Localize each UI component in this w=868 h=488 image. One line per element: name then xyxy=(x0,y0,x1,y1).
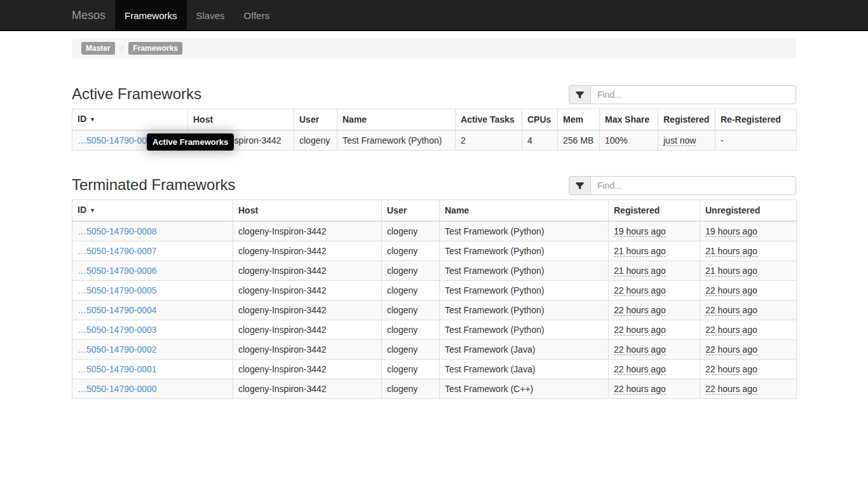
relative-time: 21 hours ago xyxy=(705,246,757,257)
column-header-label: Host xyxy=(238,205,258,215)
terminated-frameworks-table-wrap: ID▼HostUserNameRegisteredUnregistered …5… xyxy=(72,200,796,399)
table-cell: clogeny xyxy=(382,261,440,281)
table-cell: clogeny xyxy=(382,301,440,320)
column-header-cpus[interactable]: CPUs xyxy=(522,109,558,131)
column-header-label: Max Share xyxy=(605,114,649,125)
terminated-find-input[interactable] xyxy=(590,176,796,195)
column-header-active-tasks[interactable]: Active Tasks xyxy=(456,109,522,131)
relative-time: 22 hours ago xyxy=(614,305,666,316)
nav-link-offers[interactable]: Offers xyxy=(234,0,280,31)
table-cell: Test Framework (C++) xyxy=(440,379,609,399)
active-frameworks-table-wrap: ID▼HostUserNameActive TasksCPUsMemMax Sh… xyxy=(72,109,796,151)
time-cell: 22 hours ago xyxy=(609,360,700,379)
nav-link-slaves[interactable]: Slaves xyxy=(187,0,234,31)
relative-time: 22 hours ago xyxy=(614,364,666,375)
column-header-label: Re-Registered xyxy=(721,114,781,125)
column-header-host[interactable]: Host xyxy=(188,109,294,131)
breadcrumb: Master / Frameworks xyxy=(72,38,796,58)
table-row: …5050-14790-0003clogeny-Inspiron-3442clo… xyxy=(72,320,797,340)
framework-id-link[interactable]: …5050-14790-0008 xyxy=(78,226,157,236)
time-cell: 22 hours ago xyxy=(700,281,797,301)
table-cell: clogeny-Inspiron-3442 xyxy=(233,221,382,241)
time-cell: 22 hours ago xyxy=(609,320,700,340)
nav-link-frameworks[interactable]: Frameworks xyxy=(115,0,187,31)
framework-id-link[interactable]: …5050-14790-0000 xyxy=(78,384,157,394)
column-header-unregistered[interactable]: Unregistered xyxy=(700,200,797,222)
terminated-filter-group xyxy=(569,176,796,195)
active-frameworks-tooltip: Active Frameworks xyxy=(147,133,234,151)
table-row: …5050-14790-0004clogeny-Inspiron-3442clo… xyxy=(72,301,797,320)
column-header-registered[interactable]: Registered xyxy=(609,200,700,222)
table-cell: clogeny-Inspiron-3442 xyxy=(233,379,382,399)
relative-time: 22 hours ago xyxy=(614,384,666,395)
column-header-registered[interactable]: Registered xyxy=(658,109,715,131)
column-header-re-registered[interactable]: Re-Registered xyxy=(715,109,797,131)
time-cell: 19 hours ago xyxy=(700,221,797,241)
column-header-name[interactable]: Name xyxy=(337,109,456,131)
nav-item-slaves[interactable]: Slaves xyxy=(187,0,234,30)
table-cell: 4 xyxy=(522,130,558,151)
filter-icon xyxy=(569,85,590,104)
table-cell: clogeny xyxy=(382,379,440,399)
brand-mesos[interactable]: Mesos xyxy=(72,0,115,30)
page-content: Master / Frameworks Active Frameworks xyxy=(72,38,796,399)
relative-time: just now xyxy=(663,135,696,146)
framework-id-link[interactable]: …5050-14790-00 xyxy=(78,135,147,146)
framework-id-link[interactable]: …5050-14790-0004 xyxy=(78,305,157,315)
column-header-label: Host xyxy=(193,114,213,125)
nav-item-offers[interactable]: Offers xyxy=(234,0,280,30)
table-cell: clogeny xyxy=(382,221,440,241)
column-header-mem[interactable]: Mem xyxy=(558,109,600,131)
table-cell: clogeny-Inspiron-3442 xyxy=(233,281,382,301)
column-header-id[interactable]: ID▼ xyxy=(72,200,233,222)
table-cell: clogeny-Inspiron-3442 xyxy=(233,301,382,320)
breadcrumb-item-frameworks[interactable]: Frameworks xyxy=(128,42,182,55)
framework-id-link[interactable]: …5050-14790-0005 xyxy=(78,285,157,295)
active-find-input[interactable] xyxy=(590,85,796,104)
terminated-frameworks-section: Terminated Frameworks ID▼HostUserNameReg… xyxy=(72,176,796,399)
relative-time: 22 hours ago xyxy=(705,384,757,395)
framework-id-link[interactable]: …5050-14790-0002 xyxy=(78,344,157,355)
sort-desc-icon: ▼ xyxy=(90,116,95,123)
relative-time: 22 hours ago xyxy=(705,285,757,296)
time-cell: 22 hours ago xyxy=(700,360,797,379)
relative-time: 22 hours ago xyxy=(614,285,666,296)
column-header-id[interactable]: ID▼ xyxy=(72,109,188,131)
framework-id-link[interactable]: …5050-14790-0006 xyxy=(78,266,157,276)
column-header-label: ID xyxy=(78,114,86,124)
table-cell: clogeny-Inspiron-3442 xyxy=(233,360,382,379)
breadcrumb-item-master[interactable]: Master xyxy=(81,42,115,55)
table-cell: clogeny xyxy=(294,130,337,151)
column-header-user[interactable]: User xyxy=(294,109,337,131)
column-header-label: Mem xyxy=(563,114,583,125)
relative-time: 19 hours ago xyxy=(614,226,666,237)
framework-id-link[interactable]: …5050-14790-0003 xyxy=(78,325,157,335)
table-cell: clogeny-Inspiron-3442 xyxy=(233,340,382,360)
framework-id-link[interactable]: …5050-14790-0007 xyxy=(78,246,157,256)
relative-time: 22 hours ago xyxy=(705,364,757,375)
nav-item-frameworks[interactable]: Frameworks xyxy=(115,0,187,30)
column-header-max-share[interactable]: Max Share xyxy=(600,109,658,131)
table-cell: Test Framework (Python) xyxy=(440,320,609,340)
time-cell: 22 hours ago xyxy=(700,301,797,320)
id-cell: …5050-14790-0005 xyxy=(72,281,233,301)
table-row: …5050-14790-0006clogeny-Inspiron-3442clo… xyxy=(72,261,797,281)
relative-time: 19 hours ago xyxy=(705,226,757,237)
framework-id-link[interactable]: …5050-14790-0001 xyxy=(78,364,157,374)
column-header-name[interactable]: Name xyxy=(440,200,609,222)
id-cell: …5050-14790-0000 xyxy=(72,379,233,399)
column-header-user[interactable]: User xyxy=(382,200,440,222)
table-row: …5050-14790-0000clogeny-Inspiron-3442clo… xyxy=(72,379,797,399)
table-cell: Test Framework (Python) xyxy=(440,221,609,241)
relative-time: 22 hours ago xyxy=(705,325,757,336)
column-header-host[interactable]: Host xyxy=(233,200,382,222)
table-row: …5050-14790-0001clogeny-Inspiron-3442clo… xyxy=(72,360,797,379)
table-row: …5050-14790-0007clogeny-Inspiron-3442clo… xyxy=(72,241,797,261)
time-cell: 21 hours ago xyxy=(609,261,700,281)
table-cell: Test Framework (Java) xyxy=(440,340,609,360)
column-header-label: User xyxy=(299,114,319,125)
id-cell: …5050-14790-0004 xyxy=(72,301,233,320)
table-cell: 2 xyxy=(456,130,522,151)
breadcrumb-separator: / xyxy=(121,44,123,53)
time-cell: 21 hours ago xyxy=(700,241,797,261)
